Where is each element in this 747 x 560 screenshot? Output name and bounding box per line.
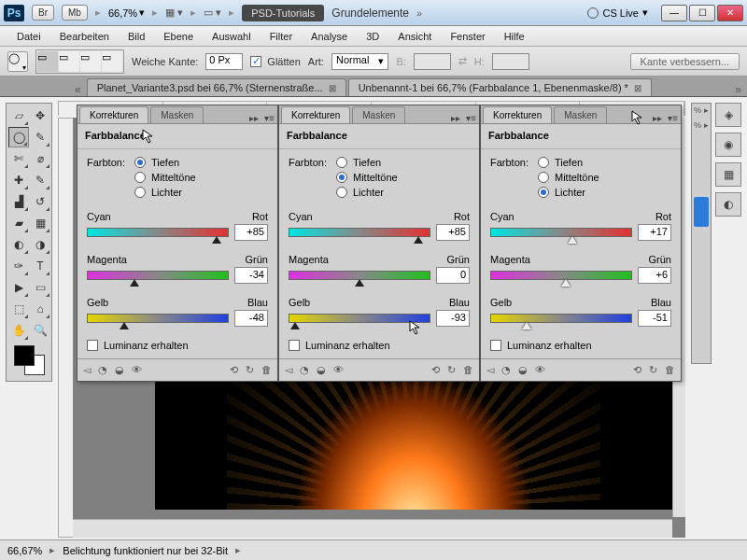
cyan-red-slider[interactable]: [289, 228, 430, 237]
yellow-blue-value[interactable]: -51: [638, 310, 671, 327]
color-icon[interactable]: ◉: [715, 133, 741, 157]
cyan-red-value[interactable]: +85: [436, 224, 470, 241]
eye-icon[interactable]: 👁: [333, 364, 344, 376]
quick-select-tool[interactable]: ✎: [30, 127, 50, 147]
tab-scroll-left[interactable]: «: [69, 83, 87, 96]
shape-tool[interactable]: ▭: [30, 277, 50, 298]
menu-ansicht[interactable]: Ansicht: [388, 31, 441, 42]
adjust-icon[interactable]: ◔: [300, 364, 309, 376]
menu-auswahl[interactable]: Auswahl: [203, 31, 261, 42]
adjust-icon[interactable]: ◔: [501, 364, 511, 376]
cyan-red-value[interactable]: +85: [234, 224, 268, 241]
style-select[interactable]: Normal: [331, 53, 388, 70]
bridge-button[interactable]: Br: [32, 5, 54, 21]
tab-masken[interactable]: Masken: [150, 106, 204, 123]
yellow-blue-value[interactable]: -93: [436, 310, 470, 327]
cyan-red-slider[interactable]: [490, 228, 632, 237]
magenta-green-value[interactable]: -34: [234, 267, 268, 284]
status-arrow-icon[interactable]: ▸: [49, 544, 55, 556]
menu-filter[interactable]: Filter: [261, 31, 302, 42]
antialias-checkbox[interactable]: ✓: [250, 56, 261, 67]
gradient-tool[interactable]: ▦: [30, 213, 50, 233]
selection-add-icon[interactable]: ▭: [59, 51, 79, 72]
workspace-button[interactable]: PSD-Tutorials: [242, 5, 324, 21]
swatches-icon[interactable]: ▦: [715, 162, 741, 187]
tone-radio[interactable]: Tiefen: [538, 157, 599, 168]
marquee-tool[interactable]: ✥: [30, 105, 50, 126]
status-zoom[interactable]: 66,67%: [7, 545, 42, 556]
magenta-green-slider[interactable]: [289, 271, 430, 280]
cyan-red-slider[interactable]: [87, 228, 229, 237]
zoom-tool[interactable]: 🔍: [30, 320, 50, 341]
eye-icon[interactable]: 👁: [132, 364, 142, 376]
feather-input[interactable]: 0 Px: [205, 53, 243, 70]
menu-datei[interactable]: Datei: [7, 31, 50, 42]
close-button[interactable]: ✕: [717, 5, 743, 21]
hand-tool[interactable]: ✋: [8, 320, 29, 341]
tab-korrekturen[interactable]: Korrekturen: [483, 106, 552, 123]
tone-radio[interactable]: Tiefen: [134, 157, 196, 168]
brush-tool[interactable]: ✎: [30, 170, 50, 190]
clip-icon[interactable]: ◒: [518, 364, 528, 376]
adjustments-icon[interactable]: ◐: [715, 192, 741, 217]
selection-intersect-icon[interactable]: ▭: [102, 51, 122, 72]
color-swatches[interactable]: [8, 342, 50, 379]
selection-sub-icon[interactable]: ▭: [80, 51, 101, 72]
tone-radio[interactable]: Lichter: [336, 187, 398, 198]
back-icon[interactable]: ◅: [285, 364, 292, 376]
trash-icon[interactable]: 🗑: [261, 364, 272, 376]
magenta-green-slider[interactable]: [87, 271, 229, 280]
trash-icon[interactable]: 🗑: [463, 364, 473, 376]
blur-tool[interactable]: ◐: [8, 234, 29, 255]
tab-scroll-right[interactable]: »: [729, 83, 747, 96]
lasso-tool[interactable]: ◯: [8, 127, 29, 147]
eyedropper-tool[interactable]: ⌀: [30, 148, 50, 169]
menu-icon[interactable]: ▾≡: [261, 113, 277, 123]
horizontal-scrollbar[interactable]: [58, 519, 672, 538]
menu-analyse[interactable]: Analyse: [302, 31, 357, 42]
reset-icon[interactable]: ↻: [649, 364, 657, 376]
selection-new-icon[interactable]: ▭: [37, 51, 58, 72]
screen-mode-icon[interactable]: ▭ ▾: [204, 7, 221, 19]
adjust-icon[interactable]: ◔: [98, 364, 107, 376]
yellow-blue-slider[interactable]: [87, 314, 229, 323]
tab-masken[interactable]: Masken: [554, 106, 607, 123]
mini-bridge-button[interactable]: Mb: [62, 5, 88, 21]
view-extras-icon[interactable]: ▦ ▾: [165, 7, 183, 19]
luminance-checkbox[interactable]: [490, 340, 501, 351]
tone-radio[interactable]: Mitteltöne: [134, 172, 196, 183]
luminance-checkbox[interactable]: [87, 340, 98, 351]
tool-preset-icon[interactable]: ◯▾: [7, 51, 28, 72]
menu-bearbeiten[interactable]: Bearbeiten: [50, 31, 119, 42]
back-icon[interactable]: ◅: [83, 364, 91, 376]
type-tool[interactable]: T: [30, 256, 50, 276]
stamp-tool[interactable]: ▟: [8, 191, 29, 212]
zoom-display[interactable]: 66,7% ▾: [108, 7, 145, 19]
menu-fenster[interactable]: Fenster: [441, 31, 494, 42]
status-arrow-icon[interactable]: ▸: [235, 544, 241, 556]
collapse-icon[interactable]: ▸▸: [650, 113, 665, 123]
menu-icon[interactable]: ▾≡: [463, 113, 479, 123]
reset-icon[interactable]: ↻: [447, 364, 456, 376]
workspace-secondary[interactable]: Grundelemente: [331, 7, 409, 20]
back-icon[interactable]: ◅: [486, 364, 494, 376]
menu-icon[interactable]: ▾≡: [665, 113, 681, 123]
trash-icon[interactable]: 🗑: [665, 364, 675, 376]
menu-3d[interactable]: 3D: [357, 31, 388, 42]
menu-hilfe[interactable]: Hilfe: [495, 31, 534, 42]
doc-tab-1[interactable]: Planet_Variante3.psd bei 66,7% (Sternens…: [87, 78, 346, 96]
heal-tool[interactable]: ✚: [8, 170, 29, 190]
clip-icon[interactable]: ◒: [115, 364, 124, 376]
magenta-green-value[interactable]: +6: [638, 267, 671, 284]
magenta-green-value[interactable]: 0: [436, 267, 470, 284]
dodge-tool[interactable]: ◑: [30, 234, 50, 255]
doc-tab-2[interactable]: Unbenannt-1 bei 66,7% (Farbbalance 1, Eb…: [348, 78, 652, 96]
tone-radio[interactable]: Mitteltöne: [538, 172, 599, 183]
layers-panel-collapsed[interactable]: % ▸ % ▸: [691, 103, 712, 364]
3d-cam-tool[interactable]: ⌂: [30, 299, 50, 319]
tab-korrekturen[interactable]: Korrekturen: [281, 106, 350, 123]
menu-ebene[interactable]: Ebene: [154, 31, 203, 42]
magenta-green-slider[interactable]: [490, 271, 632, 280]
crop-tool[interactable]: ✄: [8, 148, 29, 169]
tone-radio[interactable]: Lichter: [538, 187, 599, 198]
